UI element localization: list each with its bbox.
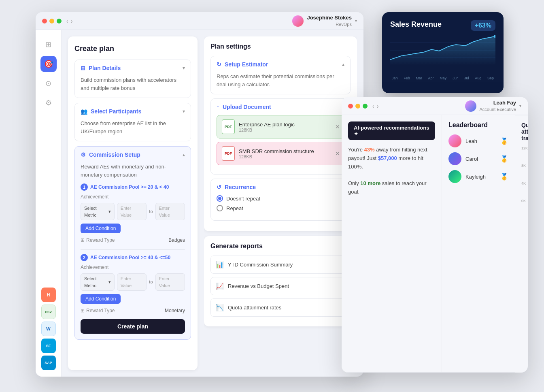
ai-text-1: You're bbox=[348, 147, 364, 153]
ai-highlight-43: 43% bbox=[364, 147, 375, 153]
lb-item-carol: Carol 🥇 bbox=[448, 152, 508, 165]
titlebar: ‹ › Josephine Stokes RevOps ▾ bbox=[36, 12, 363, 30]
remove-file-1-button[interactable]: ✕ bbox=[335, 124, 340, 130]
reward-value-1: Badges bbox=[168, 236, 185, 244]
radio-repeat[interactable]: Repeat bbox=[217, 205, 344, 211]
upload-file-2: PDF SMB SDR commission structure 128KB ✕ bbox=[217, 142, 344, 165]
estimator-header[interactable]: ↻ Setup Estimator ▴ bbox=[211, 56, 350, 72]
sidebar-item-settings[interactable]: ⚙ bbox=[40, 95, 57, 111]
month-jan: Jan bbox=[392, 76, 398, 80]
radio-doesnt-repeat-circle bbox=[217, 195, 223, 202]
sidebar-item-grid[interactable]: ⊞ bbox=[40, 36, 57, 53]
lb-forward-icon[interactable]: › bbox=[377, 103, 379, 109]
add-condition-2-button[interactable]: Add Condition bbox=[81, 294, 121, 304]
enter-value-1b[interactable]: Enter Value bbox=[155, 203, 185, 220]
main-content: Create plan ⊞ Plan Details ▾ Build commi… bbox=[62, 30, 363, 377]
month-aug: Aug bbox=[475, 76, 481, 80]
traffic-lights bbox=[42, 19, 62, 23]
radio-doesnt-repeat[interactable]: Doesn't repeat bbox=[217, 195, 344, 202]
integration-salesforce[interactable]: SF bbox=[41, 339, 56, 353]
y-label-8k: 8K bbox=[521, 164, 528, 168]
left-panel: Create plan ⊞ Plan Details ▾ Build commi… bbox=[68, 36, 198, 370]
sidebar-item-camera[interactable]: ⊙ bbox=[40, 75, 57, 92]
lb-close-button[interactable] bbox=[348, 104, 353, 109]
recurrence-icon: ↺ bbox=[217, 184, 221, 190]
plan-details-icon: ⊞ bbox=[81, 65, 85, 71]
report-quota[interactable]: 📉 Quota attainment rates bbox=[210, 298, 351, 317]
generate-reports-title: Generate reports bbox=[210, 243, 351, 250]
remove-file-2-button[interactable]: ✕ bbox=[335, 150, 340, 157]
scene: ‹ › Josephine Stokes RevOps ▾ ⊞ 🎯 ⊙ ⚙ bbox=[0, 0, 544, 392]
month-mar: Mar bbox=[416, 76, 422, 80]
lb-item-kayleigh: Kayleigh 🥇 bbox=[448, 170, 508, 183]
lb-item-leah: Leah 🥇 bbox=[448, 134, 508, 147]
enter-value-2b[interactable]: Enter Value bbox=[155, 273, 185, 291]
add-condition-1-button[interactable]: Add Condition bbox=[81, 224, 121, 233]
sidebar-item-target[interactable]: 🎯 bbox=[40, 56, 57, 72]
ai-text-4: Only bbox=[348, 180, 360, 186]
rule-1-number: 1 bbox=[81, 183, 88, 191]
lb-main: AI-powered recommendations ✦ You're 43% … bbox=[342, 115, 528, 373]
pdf-icon-2: PDF bbox=[222, 146, 235, 161]
integration-sap[interactable]: SAP bbox=[41, 356, 56, 370]
back-arrow-icon[interactable]: ‹ bbox=[66, 18, 68, 24]
sidebar: ⊞ 🎯 ⊙ ⚙ H CSV W SF SAP bbox=[36, 30, 62, 377]
month-feb: Feb bbox=[404, 76, 410, 80]
y-label-0k: 0K bbox=[521, 199, 528, 203]
minimize-button[interactable] bbox=[49, 19, 54, 23]
upload-title: ↑ Upload Document bbox=[217, 104, 271, 110]
chart-labels: Jan Feb Mar Apr May Jun Jul Aug Sep bbox=[390, 76, 495, 80]
integration-hubspot[interactable]: H bbox=[41, 288, 56, 302]
recurrence-header[interactable]: ↺ Recurrence ▴ bbox=[211, 179, 350, 195]
participants-title: 👥 Select Participants bbox=[81, 108, 141, 115]
metric-select-1[interactable]: Select Metric ▾ bbox=[81, 203, 115, 220]
lb-name-kayleigh: Kayleigh bbox=[465, 174, 496, 180]
plan-settings-title: Plan settings bbox=[210, 43, 351, 50]
lb-nav-arrows: ‹ › bbox=[372, 103, 378, 109]
forward-arrow-icon[interactable]: › bbox=[71, 18, 73, 24]
lb-chevron-icon: ▾ bbox=[519, 104, 521, 108]
radio-repeat-label: Repeat bbox=[226, 205, 243, 211]
enter-value-1a[interactable]: Enter Value bbox=[117, 203, 147, 220]
close-button[interactable] bbox=[42, 19, 47, 23]
participants-header[interactable]: 👥 Select Participants ▾ bbox=[75, 103, 191, 119]
reward-value-2: Monetary bbox=[165, 307, 185, 314]
lb-user-name: Leah Fay bbox=[480, 100, 516, 107]
user-name: Josephine Stokes bbox=[307, 15, 352, 21]
report-ytd[interactable]: 📊 YTD Commission Summary bbox=[210, 256, 351, 274]
lb-avatar bbox=[465, 100, 476, 112]
maximize-button[interactable] bbox=[57, 19, 62, 23]
upload-body: PDF Enterprise AE plan logic 128KB ✕ PDF bbox=[211, 115, 350, 174]
metric-select-2[interactable]: Select Metric ▾ bbox=[81, 273, 115, 291]
upload-header[interactable]: ↑ Upload Document ▴ bbox=[211, 99, 350, 115]
chevron-down-icon: ▾ bbox=[355, 19, 357, 23]
commission-icon: ⚙ bbox=[81, 151, 86, 158]
ai-badge: AI-powered recommendations ✦ bbox=[348, 121, 435, 140]
lb-traffic-lights bbox=[348, 104, 368, 109]
integration-word[interactable]: W bbox=[41, 322, 56, 336]
enter-value-2a[interactable]: Enter Value bbox=[117, 273, 147, 291]
lb-ai-section: AI-powered recommendations ✦ You're 43% … bbox=[342, 115, 442, 372]
commission-header[interactable]: ⚙ Commission Setup ▴ bbox=[75, 147, 191, 163]
revenue-header: Sales Revenue +63% bbox=[390, 20, 495, 31]
reward-icon-2: ⊞ bbox=[81, 307, 85, 314]
main-layout: ⊞ 🎯 ⊙ ⚙ H CSV W SF SAP Create plan bbox=[36, 30, 363, 377]
lb-name-carol: Carol bbox=[465, 156, 496, 162]
lb-back-icon[interactable]: ‹ bbox=[372, 103, 374, 109]
create-plan-button[interactable]: Create plan bbox=[81, 319, 185, 334]
integration-csv[interactable]: CSV bbox=[41, 305, 56, 319]
lb-maximize-button[interactable] bbox=[363, 104, 368, 109]
month-apr: Apr bbox=[428, 76, 434, 80]
plan-details-header[interactable]: ⊞ Plan Details ▾ bbox=[75, 60, 191, 76]
lb-minimize-button[interactable] bbox=[355, 104, 360, 109]
plan-details-chevron: ▾ bbox=[183, 65, 185, 71]
metric-row-2: Select Metric ▾ Enter Value to Enter Val… bbox=[81, 273, 185, 291]
right-panel: Plan settings ↻ Setup Estimator ▴ bbox=[204, 36, 357, 370]
month-jul: Jul bbox=[464, 76, 469, 80]
rule-1-label: 1 AE Commission Pool >= 20 & < 40 bbox=[81, 183, 185, 191]
upload-info-2: SMB SDR commission structure 128KB bbox=[239, 148, 314, 159]
lb-user-role: Account Executive bbox=[480, 107, 516, 112]
y-label-4k: 4K bbox=[521, 181, 528, 185]
rule-2-number: 2 bbox=[81, 254, 88, 261]
report-revenue[interactable]: 📈 Revenue vs Budget Spent bbox=[210, 277, 351, 295]
